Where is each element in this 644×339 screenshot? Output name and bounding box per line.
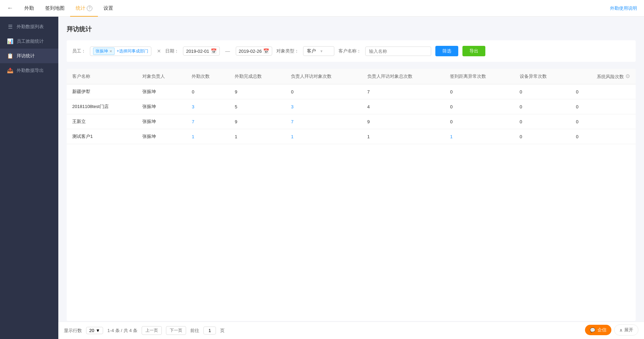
- nav-stats[interactable]: 统计 ?: [70, 0, 98, 17]
- bottom-bar: 💬 企信 ∧ 展开: [579, 321, 644, 339]
- cell-system_risk: 0: [570, 129, 636, 144]
- sidebar: ☰ 外勤数据列表 📊 员工效能统计 📋 拜访统计 📤 外勤数据导出: [0, 17, 58, 339]
- cell-attendance_complete: 9: [229, 114, 285, 129]
- page-range-info: 1-4 条 / 共 4 条: [107, 328, 137, 334]
- cell-device_anomaly: 0: [514, 99, 570, 114]
- help-icon[interactable]: ?: [87, 6, 92, 11]
- employee-filter-group[interactable]: 张振坤 ✕ +选择同事成部门: [90, 47, 151, 56]
- cell-attendance_complete: 5: [229, 99, 285, 114]
- cell-responsible_person: 张振坤: [137, 129, 186, 144]
- rows-per-page-label: 显示行数: [64, 328, 82, 334]
- type-label: 对象类型：: [276, 48, 299, 54]
- calendar-end-icon: 📅: [263, 48, 269, 54]
- add-dept-button[interactable]: +选择同事成部门: [117, 48, 148, 54]
- page-title: 拜访统计: [67, 25, 636, 33]
- cell-sign_distance_anomaly: 0: [444, 99, 514, 114]
- cell-device_anomaly: 0: [514, 84, 570, 99]
- filter-clear-button[interactable]: ✕: [157, 48, 161, 54]
- col-customer-name: 客户名称: [67, 69, 137, 84]
- table-row: 新疆伊犁张振坤0907000: [67, 84, 636, 99]
- chevron-up-icon: ∧: [619, 328, 623, 333]
- cell-sign_distance_anomaly: 0: [444, 114, 514, 129]
- qiye-button[interactable]: 💬 企信: [585, 325, 611, 335]
- cell-attendance_count[interactable]: 3: [186, 99, 229, 114]
- name-label: 客户名称：: [338, 48, 361, 54]
- col-attendance-complete: 外勤完成总数: [229, 69, 285, 84]
- cell-attendance_count[interactable]: 7: [186, 114, 229, 129]
- type-select[interactable]: 客户 ▼: [303, 46, 334, 56]
- col-visits-responsible: 负责人拜访对象次数: [285, 69, 362, 84]
- cell-customer_name: 王新立: [67, 114, 137, 129]
- col-total-visits: 负责人拜访对象总次数: [362, 69, 445, 84]
- date-start-picker[interactable]: 2019-02-01 📅: [183, 47, 220, 56]
- sidebar-item-employee-stats[interactable]: 📊 员工效能统计: [0, 34, 58, 49]
- cell-sign_distance_anomaly[interactable]: 1: [444, 129, 514, 144]
- date-separator: —: [225, 48, 230, 54]
- date-start-value: 2019-02-01: [186, 49, 209, 54]
- pagination-bar: 显示行数 20 ▼ 1-4 条 / 共 4 条 上一页 下一页 前往 页: [58, 322, 644, 339]
- main-layout: ☰ 外勤数据列表 📊 员工效能统计 📋 拜访统计 📤 外勤数据导出 拜访统计 员…: [0, 17, 644, 339]
- cell-visits_by_responsible[interactable]: 3: [285, 99, 362, 114]
- qiye-icon: 💬: [590, 328, 595, 333]
- cell-device_anomaly: 0: [514, 129, 570, 144]
- col-attendance-count: 外勤次数: [186, 69, 229, 84]
- employee-tag-close[interactable]: ✕: [109, 49, 112, 53]
- cell-attendance_complete: 9: [229, 84, 285, 99]
- top-nav: ← 外勤 签到地图 统计 ? 设置 外勤使用说明: [0, 0, 644, 17]
- cell-sign_distance_anomaly: 0: [444, 84, 514, 99]
- date-label: 日期：: [165, 48, 179, 54]
- help-link[interactable]: 外勤使用说明: [610, 5, 637, 11]
- employee-tag: 张振坤 ✕: [93, 48, 115, 55]
- cell-visits_by_responsible[interactable]: 1: [285, 129, 362, 144]
- cell-visits_by_responsible: 0: [285, 84, 362, 99]
- filter-bar: 员工： 张振坤 ✕ +选择同事成部门 ✕ 日期： 2019-02-01 📅 — …: [67, 40, 636, 62]
- chevron-down-icon: ▼: [95, 328, 100, 333]
- goto-label: 前往: [190, 328, 199, 334]
- cell-customer_name: 测试客户1: [67, 129, 137, 144]
- data-table: 客户名称 对象负责人 外勤次数 外勤完成总数 负责人拜访对象次数 负责人拜访对象…: [67, 69, 636, 321]
- page-suffix: 页: [220, 328, 225, 334]
- sidebar-item-label: 外勤数据导出: [17, 67, 44, 74]
- date-end-picker[interactable]: 2019-02-26 📅: [236, 47, 273, 56]
- cell-total_visits: 1: [362, 129, 445, 144]
- cell-total_visits: 7: [362, 84, 445, 99]
- sidebar-item-label: 拜访统计: [17, 53, 35, 59]
- back-button[interactable]: ←: [7, 5, 13, 12]
- qiye-label: 企信: [597, 327, 607, 333]
- sidebar-item-label: 外勤数据列表: [17, 24, 44, 30]
- expand-button[interactable]: ∧ 展开: [614, 324, 638, 336]
- next-page-button[interactable]: 下一页: [166, 326, 186, 335]
- page-size-value: 20: [89, 328, 94, 333]
- filter-button[interactable]: 筛选: [435, 46, 458, 56]
- cell-total_visits: 9: [362, 114, 445, 129]
- cell-visits_by_responsible[interactable]: 7: [285, 114, 362, 129]
- prev-page-button[interactable]: 上一页: [142, 326, 162, 335]
- nav-map[interactable]: 签到地图: [40, 0, 70, 17]
- calendar-start-icon: 📅: [211, 48, 217, 54]
- column-settings-icon[interactable]: ⚙: [625, 73, 630, 79]
- nav-settings[interactable]: 设置: [98, 0, 119, 17]
- cell-customer_name: 新疆伊犁: [67, 84, 137, 99]
- table-row: 测试客户1张振坤1111100: [67, 129, 636, 144]
- page-size-select[interactable]: 20 ▼: [86, 327, 103, 334]
- export-button[interactable]: 导出: [462, 46, 485, 56]
- cell-attendance_complete: 1: [229, 129, 285, 144]
- page-content: 拜访统计 员工： 张振坤 ✕ +选择同事成部门 ✕ 日期： 2019-02-01…: [58, 17, 644, 321]
- cell-responsible_person: 张振坤: [137, 84, 186, 99]
- col-responsible: 对象负责人: [137, 69, 186, 84]
- employee-label: 员工：: [72, 48, 86, 54]
- export-icon: 📤: [7, 67, 13, 74]
- cell-system_risk: 0: [570, 84, 636, 99]
- name-input[interactable]: [365, 47, 431, 56]
- cell-attendance_count[interactable]: 1: [186, 129, 229, 144]
- cell-system_risk: 0: [570, 99, 636, 114]
- sidebar-item-data-export[interactable]: 📤 外勤数据导出: [0, 63, 58, 78]
- sidebar-item-visit-stats[interactable]: 📋 拜访统计: [0, 49, 58, 63]
- cell-device_anomaly: 0: [514, 114, 570, 129]
- page-number-input[interactable]: [203, 326, 216, 334]
- table-row: 王新立张振坤7979000: [67, 114, 636, 129]
- cell-attendance_count: 0: [186, 84, 229, 99]
- sidebar-item-attendance-list[interactable]: ☰ 外勤数据列表: [0, 19, 58, 34]
- cell-customer_name: 20181108test门店: [67, 99, 137, 114]
- app-title: 外勤: [19, 0, 40, 17]
